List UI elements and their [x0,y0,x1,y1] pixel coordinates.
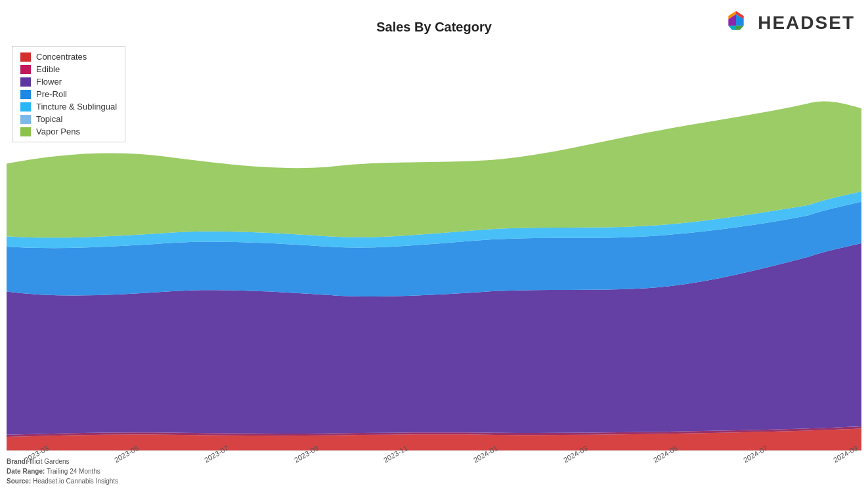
headset-logo-icon [720,7,752,39]
logo-text: HEADSET [758,12,855,33]
logo: HEADSET [720,7,855,39]
chart-svg [7,43,861,451]
source-label: Source: [7,478,31,485]
brand-value: Illicit Gardens [30,458,70,465]
page-container: HEADSET Sales By Category Concentrates E… [0,0,868,490]
footer-info: Brand: Illicit Gardens Date Range: Trail… [7,457,118,486]
brand-label: Brand: [7,458,28,465]
x-axis-labels: 2023-032023-052023-072023-092023-112024-… [23,457,858,465]
chart-area [7,43,861,451]
chart-title: Sales By Category [376,20,492,35]
date-range-label: Date Range: [7,468,45,475]
source-value: Headset.io Cannabis Insights [33,478,118,485]
date-range-value: Trailing 24 Months [47,468,100,475]
